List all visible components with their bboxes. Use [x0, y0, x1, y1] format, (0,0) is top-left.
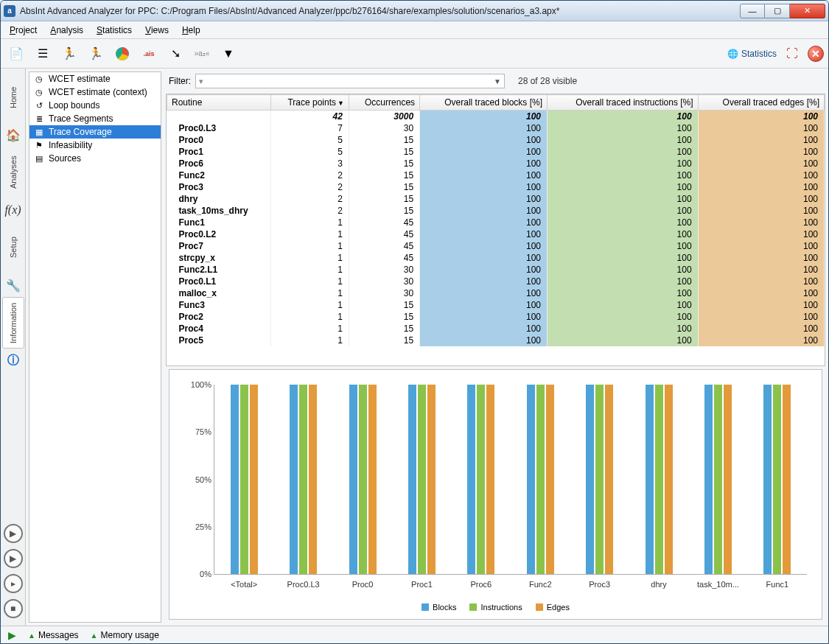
table-row[interactable]: Func2.L1130100100100	[167, 264, 825, 276]
rail-tab-setup[interactable]: Setup	[2, 222, 24, 273]
table-row[interactable]: Func3115100100100	[167, 299, 825, 311]
cell-blocks: 100	[420, 287, 548, 299]
tool-list-icon[interactable]: ☰	[32, 43, 54, 65]
maximize-button[interactable]: ▢	[765, 4, 790, 18]
sidebar-item[interactable]: ▦Trace Coverage	[29, 125, 161, 139]
sidebar-item[interactable]: ⚑Infeasibility	[29, 139, 161, 152]
table-row[interactable]: Proc1515100100100	[167, 146, 825, 158]
menu-statistics[interactable]: Statistics	[91, 23, 138, 38]
table-row[interactable]: dhry215100100100	[167, 193, 825, 205]
table-row[interactable]: task_10ms_dhry215100100100	[167, 205, 825, 217]
sidebar-item-label: Trace Coverage	[49, 127, 112, 137]
cell-tracepoints: 1	[270, 264, 349, 276]
menu-help[interactable]: Help	[176, 23, 206, 38]
cell-instructions: 100	[547, 335, 698, 346]
table-row[interactable]: 423000100100100	[167, 111, 825, 123]
table-row[interactable]: Proc4115100100100	[167, 323, 825, 335]
coverage-table[interactable]: RoutineTrace points▼OccurrencesOverall t…	[166, 94, 825, 366]
close-round-button[interactable]: ✕	[808, 46, 824, 62]
close-button[interactable]: ✕	[790, 4, 825, 18]
bar	[773, 385, 781, 574]
menu-project[interactable]: Project	[4, 23, 43, 38]
table-row[interactable]: Proc0.L1130100100100	[167, 276, 825, 287]
table-row[interactable]: malloc_x130100100100	[167, 287, 825, 299]
info-icon: ⓘ	[3, 351, 24, 369]
table-row[interactable]: Proc6315100100100	[167, 158, 825, 169]
rail-tab-home[interactable]: Home	[2, 71, 24, 123]
table-row[interactable]: Proc0.L2145100100100	[167, 228, 825, 240]
minimize-button[interactable]: —	[740, 4, 765, 18]
cell-instructions: 100	[547, 228, 698, 240]
sidebar-item[interactable]: ▤Sources	[29, 152, 161, 165]
cell-instructions: 100	[547, 276, 698, 287]
menu-analysis[interactable]: Analysis	[44, 23, 89, 38]
filter-input[interactable]	[206, 75, 491, 87]
tool-a2-icon[interactable]: »a₂«	[191, 43, 213, 65]
column-header[interactable]: Overall traced edges [%]	[698, 95, 824, 111]
step-button[interactable]: ▸	[4, 574, 23, 593]
statistics-link[interactable]: 🌐 Statistics	[727, 49, 777, 59]
table-row[interactable]: strcpy_x145100100100	[167, 252, 825, 264]
cell-blocks: 100	[420, 335, 548, 346]
cell-instructions: 100	[547, 205, 698, 217]
fullscreen-icon[interactable]: ⛶	[781, 43, 803, 65]
cell-tracepoints: 1	[270, 323, 349, 335]
column-header[interactable]: Occurrences	[349, 95, 419, 111]
filter-box[interactable]: ▾ ▼	[195, 74, 505, 88]
cell-instructions: 100	[547, 181, 698, 193]
table-row[interactable]: Func1145100100100	[167, 217, 825, 228]
tool-pie-icon[interactable]	[111, 43, 133, 65]
stop-button[interactable]: ■	[4, 599, 23, 618]
play-all-button[interactable]: ▶	[4, 549, 23, 568]
sidebar-item[interactable]: ◷WCET estimate (context)	[29, 85, 161, 99]
column-header[interactable]: Overall traced blocks [%]	[420, 95, 548, 111]
tool-new-icon[interactable]: 📄	[5, 43, 27, 65]
rail-tab-information[interactable]: Information	[2, 297, 24, 349]
sidebar-item[interactable]: ◷WCET estimate	[29, 72, 161, 85]
bar	[655, 385, 663, 574]
cell-edges: 100	[698, 323, 824, 335]
cell-occurrences: 30	[349, 276, 419, 287]
column-header[interactable]: Routine	[167, 95, 271, 111]
tool-arrow-icon[interactable]: ➘	[164, 43, 186, 65]
tool-ais-icon[interactable]: .ais	[138, 43, 160, 65]
table-row[interactable]: Proc3215100100100	[167, 181, 825, 193]
sidebar-item[interactable]: ≣Trace Segments	[29, 112, 161, 125]
cell-blocks: 100	[420, 169, 548, 181]
dropdown-icon[interactable]: ▼	[494, 77, 501, 85]
table-row[interactable]: Proc2115100100100	[167, 311, 825, 323]
table-row[interactable]: Proc0.L3730100100100	[167, 122, 825, 134]
menubar: Project Analysis Statistics Views Help	[1, 21, 828, 39]
cell-occurrences: 30	[349, 122, 419, 134]
tool-run2-icon[interactable]: 🏃	[85, 43, 107, 65]
x-tick-label: <Total>	[214, 580, 273, 589]
sidebar-item[interactable]: ↺Loop bounds	[29, 99, 161, 112]
rail-tab-analyses[interactable]: Analyses	[2, 147, 24, 198]
cell-occurrences: 45	[349, 240, 419, 252]
sidebar-item-icon: ↺	[34, 101, 44, 111]
cell-routine: Func2	[167, 169, 271, 181]
column-header[interactable]: Trace points▼	[270, 95, 349, 111]
cell-routine	[167, 111, 271, 123]
cell-edges: 100	[698, 111, 824, 123]
cell-edges: 100	[698, 252, 824, 264]
menu-views[interactable]: Views	[139, 23, 175, 38]
cell-tracepoints: 1	[270, 299, 349, 311]
table-row[interactable]: Proc0515100100100	[167, 134, 825, 146]
titlebar[interactable]: a AbsInt Advanced Analyzer for PPC: C:/P…	[1, 1, 828, 21]
play-button[interactable]: ▶	[4, 524, 23, 543]
column-header[interactable]: Overall traced instructions [%]	[547, 95, 698, 111]
cell-tracepoints: 2	[270, 169, 349, 181]
status-memory[interactable]: ▲Memory usage	[91, 630, 159, 640]
table-row[interactable]: Proc7145100100100	[167, 240, 825, 252]
table-row[interactable]: Proc5115100100100	[167, 335, 825, 346]
run-indicator-icon[interactable]: ▶	[8, 629, 16, 641]
sidebar-item-label: Loop bounds	[49, 100, 99, 111]
tool-run-icon[interactable]: 🏃	[58, 43, 80, 65]
cell-blocks: 100	[420, 158, 548, 169]
cell-tracepoints: 1	[270, 287, 349, 299]
cell-routine: Proc0.L3	[167, 122, 271, 134]
table-row[interactable]: Func2215100100100	[167, 169, 825, 181]
status-messages[interactable]: ▲Messages	[28, 630, 79, 640]
tool-funnel-icon[interactable]: ▼	[217, 43, 239, 65]
